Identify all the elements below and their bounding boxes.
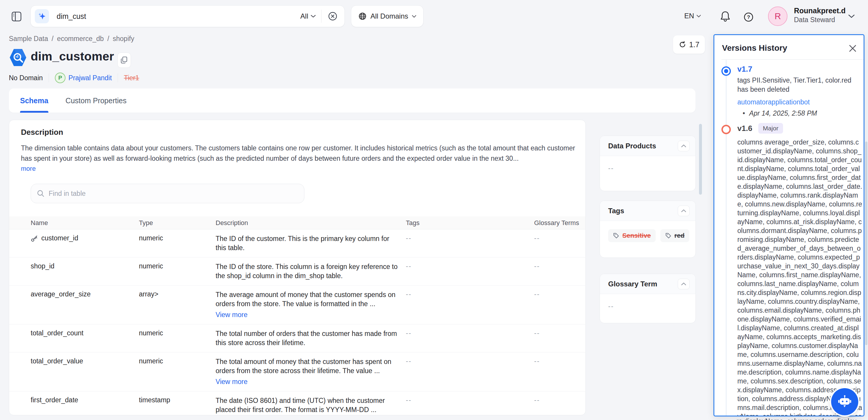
glossary-term-title: Glossary Term bbox=[608, 280, 657, 288]
sidebar-toggle-button[interactable] bbox=[11, 11, 23, 22]
column-description: The ID of the customer. This is the prim… bbox=[216, 234, 399, 252]
view-more-link[interactable]: View more bbox=[216, 377, 399, 386]
notifications-bell-icon[interactable] bbox=[719, 10, 732, 23]
avatar-initial: R bbox=[775, 11, 781, 21]
column-name[interactable]: shop_id bbox=[31, 262, 55, 270]
table-row[interactable]: customer_id numeric The ID of the custom… bbox=[9, 230, 585, 258]
timeline-line bbox=[726, 60, 726, 416]
tag-icon bbox=[613, 233, 619, 239]
versions-history-panel: Versions History v1.7 tags PII.Sensitive… bbox=[713, 34, 864, 417]
language-selector[interactable]: EN bbox=[684, 12, 701, 20]
close-icon[interactable] bbox=[848, 44, 857, 53]
chatbot-button[interactable] bbox=[831, 388, 858, 415]
tier-badge[interactable]: Tier1 bbox=[124, 74, 139, 82]
column-glossary[interactable]: -- bbox=[534, 262, 585, 270]
column-tags[interactable]: -- bbox=[406, 396, 534, 404]
column-description: The ID of the store. This column is a fo… bbox=[216, 262, 399, 280]
glossary-term-card: Glossary Term -- bbox=[599, 274, 696, 323]
date-text: Apr 14, 2025, 2:58 PM bbox=[749, 110, 817, 117]
owner-chip[interactable]: P Prajwal Pandit bbox=[55, 72, 112, 83]
bigquery-table-icon bbox=[9, 48, 27, 67]
copy-name-button[interactable] bbox=[117, 53, 131, 68]
column-glossary[interactable]: -- bbox=[534, 329, 585, 337]
breadcrumb-item-database[interactable]: ecommerce_db bbox=[57, 35, 104, 43]
column-tags[interactable]: -- bbox=[406, 290, 534, 298]
breadcrumb-item-schema[interactable]: shopify bbox=[113, 35, 134, 43]
refresh-icon bbox=[679, 41, 686, 49]
col-header-glossary-terms[interactable]: Glossary Terms bbox=[534, 219, 585, 227]
col-header-type[interactable]: Type bbox=[139, 219, 216, 227]
column-name[interactable]: total_order_count bbox=[31, 329, 84, 337]
description-more-link[interactable]: more bbox=[21, 165, 36, 173]
domain-label[interactable]: No Domain bbox=[9, 74, 43, 82]
table-row[interactable]: average_order_size array> The average am… bbox=[9, 286, 585, 324]
all-domains-label: All Domains bbox=[370, 12, 408, 20]
column-glossary[interactable]: -- bbox=[534, 290, 585, 298]
tab-bar: Schema Custom Properties bbox=[9, 88, 695, 113]
column-description: The total number of orders that the cust… bbox=[216, 329, 399, 348]
date-bullet: • bbox=[743, 110, 745, 117]
column-tags[interactable]: -- bbox=[406, 329, 534, 337]
user-avatar[interactable]: R bbox=[768, 6, 787, 26]
column-tags[interactable]: -- bbox=[406, 262, 534, 270]
column-description: The total amount of money that the custo… bbox=[216, 358, 392, 374]
table-row[interactable]: shop_id numeric The ID of the store. Thi… bbox=[9, 258, 585, 286]
data-products-card: Data Products -- bbox=[599, 136, 696, 191]
breadcrumb-item-connection[interactable]: Sample Data bbox=[9, 35, 48, 43]
col-header-description[interactable]: Description bbox=[216, 219, 406, 227]
column-glossary[interactable]: -- bbox=[534, 234, 585, 242]
collapse-button[interactable] bbox=[678, 279, 689, 289]
help-icon[interactable]: ? bbox=[743, 11, 754, 23]
ai-sparkle-icon bbox=[35, 9, 49, 23]
all-domains-dropdown[interactable]: All Domains bbox=[351, 5, 424, 27]
version-radio-selected[interactable] bbox=[721, 66, 731, 76]
view-more-link[interactable]: View more bbox=[216, 310, 399, 320]
table-row[interactable]: total_order_count numeric The total numb… bbox=[9, 324, 585, 353]
column-glossary[interactable]: -- bbox=[534, 396, 585, 404]
chevron-up-icon bbox=[681, 282, 686, 286]
table-row[interactable]: first_order_date timestamp The date (ISO… bbox=[9, 391, 585, 415]
search-scope-dropdown[interactable]: All bbox=[300, 12, 316, 20]
table-row[interactable]: total_order_value numeric The total amou… bbox=[9, 353, 585, 391]
robot-icon bbox=[837, 394, 852, 409]
version-v17-link[interactable]: v1.7 bbox=[737, 65, 752, 74]
version-pill-label: 1.7 bbox=[689, 40, 700, 49]
tab-custom-properties[interactable]: Custom Properties bbox=[65, 88, 127, 113]
owner-name[interactable]: Prajwal Pandit bbox=[68, 74, 112, 82]
description-heading: Description bbox=[21, 128, 63, 137]
column-tags[interactable]: -- bbox=[406, 234, 534, 242]
find-in-table-input[interactable] bbox=[49, 190, 298, 198]
version-v16-link[interactable]: v1.6 bbox=[737, 124, 752, 133]
user-name: Rounakpreet.d bbox=[794, 6, 845, 15]
version-v17-author-link[interactable]: automatorapplicationbot bbox=[737, 98, 810, 106]
find-in-table[interactable] bbox=[31, 184, 304, 203]
collapse-button[interactable] bbox=[678, 206, 689, 216]
panel-scrollbar[interactable] bbox=[865, 142, 867, 345]
version-pill-button[interactable]: 1.7 bbox=[673, 35, 705, 54]
column-name[interactable]: customer_id bbox=[41, 234, 78, 242]
column-tags[interactable]: -- bbox=[406, 357, 534, 365]
tab-schema[interactable]: Schema bbox=[20, 88, 49, 113]
column-type: numeric bbox=[139, 329, 216, 337]
global-search-bar[interactable]: dim_cust All bbox=[30, 5, 345, 27]
column-name[interactable]: average_order_size bbox=[31, 290, 91, 298]
column-name[interactable]: total_order_value bbox=[31, 357, 83, 365]
versions-history-title: Versions History bbox=[722, 43, 787, 53]
collapse-button[interactable] bbox=[678, 141, 689, 151]
version-v17-summary: tags PII.Sensitive, Tier.Tier1, color.re… bbox=[737, 76, 855, 94]
search-input[interactable]: dim_cust bbox=[57, 12, 86, 21]
user-menu-chevron-icon[interactable] bbox=[848, 14, 855, 18]
svg-text:?: ? bbox=[747, 14, 750, 20]
tag-chip-sensitive[interactable]: Sensitive bbox=[608, 229, 656, 242]
version-radio-unselected[interactable] bbox=[721, 125, 731, 134]
column-type: numeric bbox=[139, 357, 216, 365]
content-scrollbar[interactable] bbox=[699, 124, 702, 195]
col-header-name[interactable]: Name bbox=[31, 219, 139, 227]
col-header-tags[interactable]: Tags bbox=[406, 219, 534, 227]
column-glossary[interactable]: -- bbox=[534, 357, 585, 365]
data-products-title: Data Products bbox=[608, 142, 656, 150]
column-type: numeric bbox=[139, 262, 216, 270]
clear-search-icon[interactable] bbox=[327, 10, 339, 22]
tag-chip-red[interactable]: red bbox=[660, 229, 689, 242]
column-name[interactable]: first_order_date bbox=[31, 396, 78, 404]
